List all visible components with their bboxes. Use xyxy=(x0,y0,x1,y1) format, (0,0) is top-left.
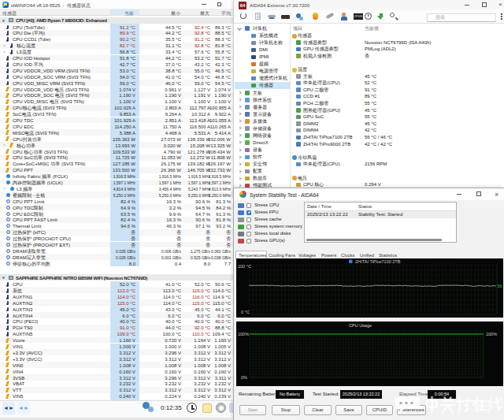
svg-text:100%: 100% xyxy=(238,332,249,336)
svg-text:CPU Usage: CPU Usage xyxy=(349,323,372,328)
svg-text:ZHITAI TiPlus7100 2TB: ZHITAI TiPlus7100 2TB xyxy=(355,259,401,264)
svg-text:100%: 100% xyxy=(486,332,497,336)
svg-text:0%: 0% xyxy=(241,375,247,380)
svg-text:100 °C: 100 °C xyxy=(238,264,251,269)
svg-text:0 °C: 0 °C xyxy=(241,310,250,314)
svg-text:56: 56 xyxy=(498,284,502,288)
